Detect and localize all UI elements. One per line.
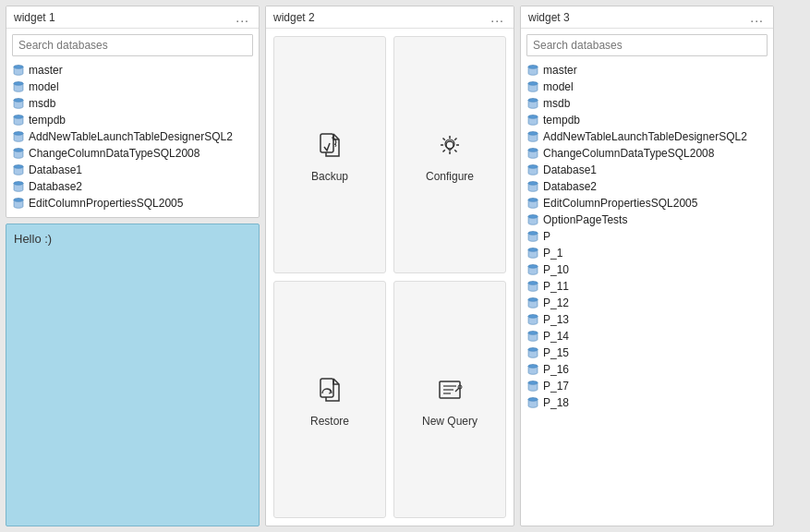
restore-button[interactable]: Restore <box>273 281 386 518</box>
list-item[interactable]: tempdb <box>12 112 253 128</box>
widget3-search-input[interactable] <box>526 34 768 56</box>
svg-point-59 <box>528 332 538 335</box>
database-icon <box>526 296 539 309</box>
svg-point-65 <box>528 381 538 385</box>
list-item[interactable]: AddNewTableLaunchTableDesignerSQL2 <box>526 128 768 145</box>
database-icon <box>526 247 539 260</box>
db-name: Database1 <box>29 163 82 176</box>
database-icon <box>12 114 25 127</box>
database-icon <box>526 330 539 343</box>
svg-point-55 <box>528 298 538 302</box>
widget3-db-list: master model msdb tempdb AddNewTableLaun… <box>526 62 768 411</box>
db-name: OptionPageTests <box>543 213 627 226</box>
db-name: P <box>543 230 550 243</box>
list-item[interactable]: msdb <box>526 95 768 112</box>
svg-point-35 <box>528 132 538 136</box>
svg-point-3 <box>14 82 23 86</box>
database-icon <box>526 114 539 127</box>
db-name: P_11 <box>543 280 569 293</box>
list-item[interactable]: AddNewTableLaunchTableDesignerSQL2 <box>12 128 253 145</box>
list-item[interactable]: tempdb <box>526 112 768 128</box>
db-name: AddNewTableLaunchTableDesignerSQL2 <box>543 130 747 143</box>
list-item[interactable]: model <box>12 79 253 95</box>
list-item[interactable]: P_16 <box>526 361 768 378</box>
svg-point-57 <box>528 315 538 319</box>
db-name: AddNewTableLaunchTableDesignerSQL2 <box>29 130 233 143</box>
list-item[interactable]: Database1 <box>12 162 253 178</box>
svg-point-9 <box>14 132 23 136</box>
database-icon <box>526 197 539 210</box>
database-icon <box>526 346 539 359</box>
backup-label: Backup <box>311 170 348 183</box>
backup-button[interactable]: Backup <box>273 36 386 273</box>
list-item[interactable]: EditColumnPropertiesSQL2005 <box>12 195 253 212</box>
list-item[interactable]: Database1 <box>526 162 768 178</box>
list-item[interactable]: P_12 <box>526 295 768 311</box>
list-item[interactable]: master <box>526 62 768 79</box>
widget2-menu-button[interactable]: ... <box>489 11 506 24</box>
db-name: tempdb <box>543 114 580 127</box>
db-name: Database2 <box>543 180 597 193</box>
database-icon <box>12 130 25 143</box>
list-item[interactable]: master <box>12 62 253 79</box>
widget1-header: widget 1 ... <box>6 6 259 29</box>
widget3: widget 3 ... master model msdb tempdb Ad… <box>520 6 774 526</box>
widget3-menu-button[interactable]: ... <box>748 11 766 24</box>
svg-point-47 <box>528 232 538 236</box>
svg-point-31 <box>528 99 538 103</box>
list-item[interactable]: P_17 <box>526 378 768 394</box>
database-icon <box>526 180 539 193</box>
widget3-header: widget 3 ... <box>521 6 773 29</box>
configure-button[interactable]: Configure <box>393 36 506 273</box>
list-item[interactable]: P_10 <box>526 261 768 278</box>
list-item[interactable]: EditColumnPropertiesSQL2005 <box>526 195 768 212</box>
widget1-menu-button[interactable]: ... <box>234 11 251 24</box>
list-item[interactable]: model <box>526 79 768 95</box>
db-name: P_14 <box>543 330 569 343</box>
svg-point-45 <box>528 215 538 219</box>
widget2: widget 2 ... Backup Configure Rest <box>265 6 514 526</box>
list-item[interactable]: P_13 <box>526 311 768 328</box>
list-item[interactable]: P_1 <box>526 245 768 261</box>
database-icon <box>526 147 539 160</box>
restore-icon <box>315 375 345 407</box>
list-item[interactable]: ChangeColumnDataTypeSQL2008 <box>526 145 768 162</box>
list-item[interactable]: P_14 <box>526 328 768 345</box>
widget1-title: widget 1 <box>14 11 55 24</box>
svg-rect-20 <box>320 379 333 397</box>
db-name: master <box>29 64 63 77</box>
svg-point-33 <box>528 115 538 119</box>
list-item[interactable]: P_18 <box>526 394 768 411</box>
svg-point-53 <box>528 282 538 285</box>
db-name: master <box>543 64 577 77</box>
list-item[interactable]: P_15 <box>526 345 768 361</box>
svg-point-15 <box>14 182 23 186</box>
restore-label: Restore <box>310 415 349 428</box>
database-icon <box>12 163 25 176</box>
widget2-header: widget 2 ... <box>266 6 514 29</box>
new-query-button[interactable]: New Query <box>393 281 506 518</box>
list-item[interactable]: Database2 <box>12 178 253 195</box>
list-item[interactable]: P_11 <box>526 278 768 295</box>
list-item[interactable]: Database2 <box>526 178 768 195</box>
svg-point-51 <box>528 265 538 269</box>
db-name: Database2 <box>29 180 82 193</box>
db-name: model <box>543 80 574 93</box>
db-name: P_16 <box>543 363 569 376</box>
db-name: EditColumnPropertiesSQL2005 <box>543 197 697 210</box>
configure-icon <box>435 130 465 163</box>
database-icon <box>526 280 539 293</box>
db-name: P_18 <box>543 396 569 409</box>
list-item[interactable]: OptionPageTests <box>526 212 768 228</box>
database-icon <box>526 396 539 409</box>
svg-point-13 <box>14 165 23 169</box>
list-item[interactable]: msdb <box>12 95 253 112</box>
db-name: model <box>29 80 59 93</box>
list-item[interactable]: P <box>526 228 768 245</box>
widget1-search-input[interactable] <box>12 34 253 56</box>
svg-point-17 <box>14 199 23 202</box>
database-icon <box>526 130 539 143</box>
svg-point-63 <box>528 365 538 369</box>
widget3-title: widget 3 <box>528 11 570 24</box>
list-item[interactable]: ChangeColumnDataTypeSQL2008 <box>12 145 253 162</box>
